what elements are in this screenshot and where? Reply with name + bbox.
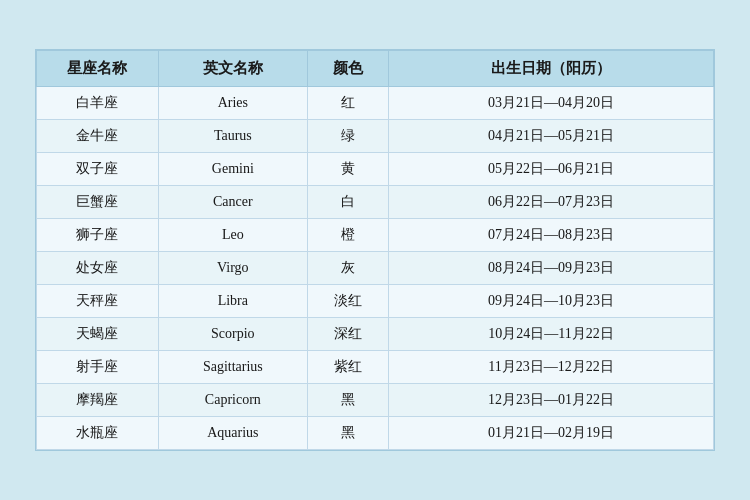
cell-date: 09月24日—10月23日	[389, 285, 714, 318]
table-row: 处女座Virgo灰08月24日—09月23日	[37, 252, 714, 285]
table-row: 天秤座Libra淡红09月24日—10月23日	[37, 285, 714, 318]
cell-chinese-name: 水瓶座	[37, 417, 159, 450]
table-row: 射手座Sagittarius紫红11月23日—12月22日	[37, 351, 714, 384]
cell-color: 橙	[307, 219, 388, 252]
cell-date: 06月22日—07月23日	[389, 186, 714, 219]
cell-english-name: Virgo	[158, 252, 307, 285]
cell-date: 08月24日—09月23日	[389, 252, 714, 285]
cell-date: 01月21日—02月19日	[389, 417, 714, 450]
cell-chinese-name: 天蝎座	[37, 318, 159, 351]
cell-color: 绿	[307, 120, 388, 153]
cell-color: 深红	[307, 318, 388, 351]
cell-color: 白	[307, 186, 388, 219]
cell-chinese-name: 狮子座	[37, 219, 159, 252]
cell-english-name: Taurus	[158, 120, 307, 153]
cell-chinese-name: 巨蟹座	[37, 186, 159, 219]
cell-color: 灰	[307, 252, 388, 285]
cell-date: 07月24日—08月23日	[389, 219, 714, 252]
cell-chinese-name: 射手座	[37, 351, 159, 384]
cell-chinese-name: 天秤座	[37, 285, 159, 318]
table-row: 双子座Gemini黄05月22日—06月21日	[37, 153, 714, 186]
cell-date: 04月21日—05月21日	[389, 120, 714, 153]
table-row: 摩羯座Capricorn黑12月23日—01月22日	[37, 384, 714, 417]
cell-english-name: Cancer	[158, 186, 307, 219]
header-chinese-name: 星座名称	[37, 51, 159, 87]
cell-english-name: Leo	[158, 219, 307, 252]
cell-chinese-name: 摩羯座	[37, 384, 159, 417]
cell-date: 12月23日—01月22日	[389, 384, 714, 417]
cell-english-name: Aries	[158, 87, 307, 120]
cell-english-name: Libra	[158, 285, 307, 318]
zodiac-table-container: 星座名称 英文名称 颜色 出生日期（阳历） 白羊座Aries红03月21日—04…	[35, 49, 715, 451]
table-row: 金牛座Taurus绿04月21日—05月21日	[37, 120, 714, 153]
cell-chinese-name: 处女座	[37, 252, 159, 285]
table-row: 狮子座Leo橙07月24日—08月23日	[37, 219, 714, 252]
cell-english-name: Capricorn	[158, 384, 307, 417]
table-row: 巨蟹座Cancer白06月22日—07月23日	[37, 186, 714, 219]
cell-english-name: Aquarius	[158, 417, 307, 450]
cell-color: 黑	[307, 417, 388, 450]
header-english-name: 英文名称	[158, 51, 307, 87]
header-date: 出生日期（阳历）	[389, 51, 714, 87]
table-row: 白羊座Aries红03月21日—04月20日	[37, 87, 714, 120]
cell-color: 淡红	[307, 285, 388, 318]
cell-chinese-name: 金牛座	[37, 120, 159, 153]
table-row: 水瓶座Aquarius黑01月21日—02月19日	[37, 417, 714, 450]
cell-date: 03月21日—04月20日	[389, 87, 714, 120]
zodiac-table: 星座名称 英文名称 颜色 出生日期（阳历） 白羊座Aries红03月21日—04…	[36, 50, 714, 450]
cell-color: 红	[307, 87, 388, 120]
cell-english-name: Gemini	[158, 153, 307, 186]
cell-date: 05月22日—06月21日	[389, 153, 714, 186]
cell-color: 紫红	[307, 351, 388, 384]
cell-chinese-name: 白羊座	[37, 87, 159, 120]
cell-date: 10月24日—11月22日	[389, 318, 714, 351]
header-color: 颜色	[307, 51, 388, 87]
cell-date: 11月23日—12月22日	[389, 351, 714, 384]
cell-english-name: Scorpio	[158, 318, 307, 351]
cell-english-name: Sagittarius	[158, 351, 307, 384]
table-header-row: 星座名称 英文名称 颜色 出生日期（阳历）	[37, 51, 714, 87]
table-row: 天蝎座Scorpio深红10月24日—11月22日	[37, 318, 714, 351]
cell-chinese-name: 双子座	[37, 153, 159, 186]
cell-color: 黑	[307, 384, 388, 417]
cell-color: 黄	[307, 153, 388, 186]
